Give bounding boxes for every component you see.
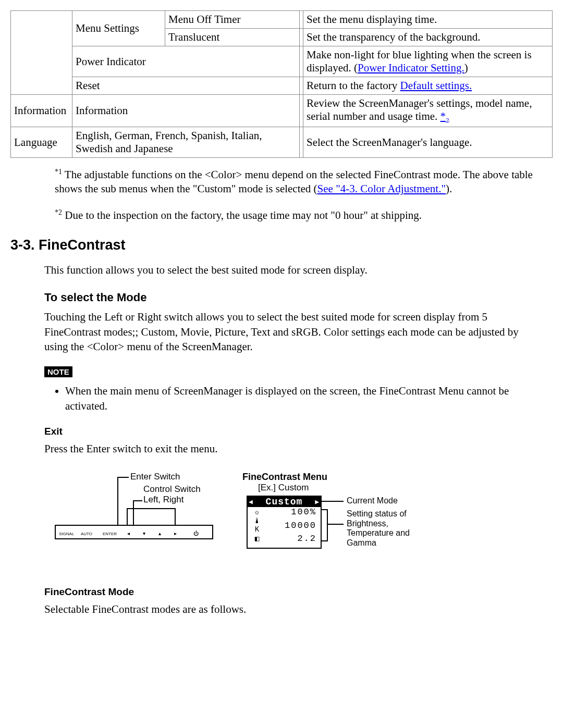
finecontrast-menu-diagram: FineContrast Menu [Ex.] Custom ◀ Custom …: [242, 472, 461, 571]
reset-desc: Return to the factory Default settings.: [303, 77, 553, 95]
enter-switch-label: Enter Switch: [130, 472, 180, 482]
information-sub: Information: [72, 95, 300, 127]
translucent-desc: Set the transparency of the background.: [303, 29, 553, 46]
left-arrow-icon: ◂: [125, 530, 131, 536]
select-mode-heading: To select the Mode: [44, 291, 534, 304]
right-arrow-icon: ▸: [172, 530, 178, 536]
switch-bar: [55, 525, 213, 539]
exit-paragraph: Press the Enter switch to exit the menu.: [44, 441, 534, 456]
brightness-value: 100%: [264, 507, 316, 517]
footnote-2-marker: *2: [55, 208, 62, 216]
fc-mode-heading: FineContrast Mode: [44, 586, 534, 598]
information-desc: Review the ScreenManager's settings, mod…: [303, 95, 553, 127]
enter-label: ENTER: [103, 532, 117, 536]
note-bullet: When the main menu of ScreenManager is d…: [65, 384, 534, 413]
exit-heading: Exit: [44, 426, 534, 437]
footnote-1-text-a: The adjustable functions on the <Color> …: [55, 168, 533, 195]
fc-mode-header: ◀ Custom ▶: [248, 497, 321, 507]
left-triangle-icon: ◀: [249, 498, 253, 506]
power-indicator-desc-post: ): [464, 61, 468, 74]
default-settings-link[interactable]: Default settings.: [400, 79, 472, 92]
fc-example-label: [Ex.] Custom: [258, 483, 461, 493]
control-panel-diagram: Enter Switch Control Switch Left, Right …: [55, 472, 216, 539]
current-mode-annot: Current Mode: [347, 496, 398, 505]
power-indicator-link[interactable]: Power Indicator Setting.: [358, 61, 464, 74]
temperature-value: 10000: [264, 521, 316, 530]
power-icon: ⏻: [193, 530, 199, 536]
down-arrow-icon: ▾: [141, 530, 147, 536]
language-sub: English, German, French, Spanish, Italia…: [72, 127, 300, 158]
brightness-icon: ☼: [252, 508, 262, 516]
intro-paragraph: This function allows you to select the b…: [44, 263, 534, 277]
power-indicator-cell: Power Indicator: [72, 46, 300, 77]
menu-off-timer-desc: Set the menu displaying time.: [303, 11, 553, 29]
translucent-cell: Translucent: [165, 29, 300, 46]
information-footnote-link[interactable]: *2: [440, 110, 449, 122]
fc-menu-box: ◀ Custom ▶ ☼100% 🌡K10000 ◧2.2: [247, 496, 322, 549]
diagram-row: Enter Switch Control Switch Left, Right …: [55, 472, 534, 571]
reset-cell: Reset: [72, 77, 300, 95]
settings-annot: Setting status of Brightness, Temperatur…: [347, 509, 410, 548]
select-mode-paragraph: Touching the Left or Right switch allows…: [44, 310, 534, 354]
fc-mode-paragraph: Selectable FineContrast modes are as fol…: [44, 602, 534, 616]
signal-label: SIGNAL: [59, 532, 74, 536]
col-blank: [11, 11, 72, 95]
footnote-1-text-b: ).: [446, 182, 452, 195]
reset-desc-pre: Return to the factory: [307, 79, 400, 92]
footnote-1-marker: *1: [55, 168, 62, 176]
information-main: Information: [11, 95, 72, 127]
right-triangle-icon: ▶: [315, 498, 320, 506]
note-list: When the main menu of ScreenManager is d…: [44, 384, 534, 413]
footnote-2: *2 Due to the inspection on the factory,…: [55, 208, 534, 223]
gamma-value: 2.2: [264, 534, 316, 544]
color-adjustment-link[interactable]: See "4-3. Color Adjustment.": [317, 182, 446, 195]
language-main: Language: [11, 127, 72, 158]
control-switch-label: Control Switch: [143, 484, 201, 495]
fc-menu-title: FineContrast Menu: [242, 472, 461, 483]
auto-label: AUTO: [81, 532, 92, 536]
menu-settings-cell: Menu Settings: [72, 11, 165, 46]
power-indicator-desc: Make non-light for blue lighting when th…: [303, 46, 553, 77]
footnote-2-text: Due to the inspection on the factory, th…: [62, 209, 422, 221]
footnote-1: *1 The adjustable functions on the <Colo…: [55, 167, 534, 196]
note-label: NOTE: [44, 366, 72, 377]
footnotes: *1 The adjustable functions on the <Colo…: [55, 167, 534, 223]
information-desc-text: Review the ScreenManager's settings, mod…: [307, 97, 532, 122]
gamma-icon: ◧: [252, 534, 262, 543]
temperature-icon: 🌡K: [252, 517, 262, 534]
fc-mode-value: Custom: [266, 497, 303, 507]
section-title: 3-3. FineContrast: [10, 237, 553, 253]
menu-off-timer-cell: Menu Off Timer: [165, 11, 300, 29]
up-arrow-icon: ▴: [156, 530, 163, 536]
settings-table: Menu Settings Menu Off Timer Set the men…: [10, 10, 553, 158]
language-desc: Select the ScreenManager's language.: [303, 127, 553, 158]
left-right-label: Left, Right: [143, 495, 184, 505]
